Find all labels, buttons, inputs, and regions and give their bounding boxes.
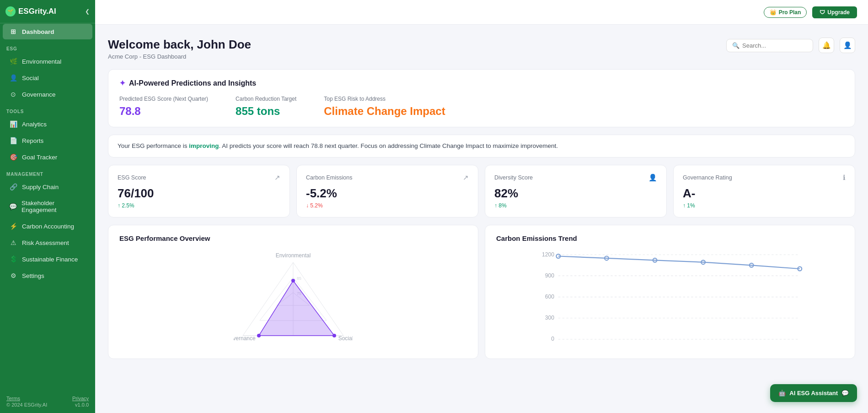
- svg-text:Environmental: Environmental: [276, 252, 311, 259]
- environmental-icon: 🌿: [9, 58, 17, 65]
- sidebar-item-social[interactable]: 👤 Social: [3, 70, 92, 86]
- search-box[interactable]: 🔍: [726, 39, 813, 52]
- line-chart-svg: 1200 900 600 300 0: [496, 249, 844, 349]
- ai-metric-value-carbon: 855 tons: [236, 105, 296, 118]
- metric-label-governance: Governance Rating: [683, 174, 732, 181]
- dashboard-icon: ⊞: [9, 28, 17, 35]
- risk-icon: ⚠: [9, 239, 17, 246]
- pro-plan-badge[interactable]: 👑 Pro Plan: [764, 7, 807, 18]
- ai-predictions-card: ✦ AI-Powered Predictions and Insights Pr…: [108, 69, 855, 127]
- charts-row: ESG Performance Overview Environmental G…: [108, 225, 855, 359]
- governance-icon: ⊙: [9, 91, 17, 98]
- search-icon: 🔍: [732, 42, 739, 49]
- sidebar-item-dashboard[interactable]: ⊞ Dashboard: [3, 24, 92, 39]
- sidebar-item-supply-chain[interactable]: 🔗 Supply Chain: [3, 179, 92, 195]
- metric-header-esg: ESG Score ↗: [118, 174, 280, 182]
- logo-icon: 🌱: [5, 6, 16, 16]
- upgrade-label: Upgrade: [827, 9, 850, 16]
- sidebar-item-reports[interactable]: 📄 Reports: [3, 133, 92, 148]
- metric-value-esg: 76/100: [118, 186, 280, 201]
- upgrade-button[interactable]: 🛡 Upgrade: [812, 6, 857, 18]
- reports-icon: 📄: [9, 137, 17, 144]
- esg-section-label: ESG: [0, 40, 95, 53]
- bell-icon: 🔔: [822, 41, 831, 49]
- stakeholder-icon: 💬: [9, 203, 17, 210]
- app-name: ESGrity.AI: [18, 7, 56, 16]
- svg-text:85: 85: [297, 276, 301, 281]
- footer-right: Privacy v1.0.0: [72, 396, 89, 408]
- line-chart-title: Carbon Emissions Trend: [496, 234, 844, 242]
- content-area: Welcome back, John Doe Acme Corp - ESG D…: [95, 25, 868, 413]
- carbon-icon: ⚡: [9, 223, 17, 230]
- privacy-link[interactable]: Privacy: [72, 396, 89, 401]
- header-actions: 🔍 🔔 👤: [726, 38, 855, 53]
- metric-change-esg: ↑ 2.5%: [118, 202, 280, 209]
- sidebar-item-label: Analytics: [22, 121, 47, 128]
- sidebar-item-environmental[interactable]: 🌿 Environmental: [3, 54, 92, 69]
- sidebar-item-settings[interactable]: ⚙ Settings: [3, 268, 92, 283]
- sidebar-item-stakeholder[interactable]: 💬 Stakeholder Engagement: [3, 196, 92, 217]
- metrics-row: ESG Score ↗ 76/100 ↑ 2.5% Carbon Emissio…: [108, 165, 855, 217]
- info-icon: ℹ: [843, 174, 846, 182]
- radar-svg: Environmental Governance Social: [234, 251, 353, 347]
- page-title-area: Welcome back, John Doe Acme Corp - ESG D…: [108, 38, 251, 60]
- sidebar-item-risk[interactable]: ⚠ Risk Assessment: [3, 235, 92, 250]
- sidebar-item-label: Settings: [22, 272, 44, 279]
- management-section-label: MANAGEMENT: [0, 165, 95, 179]
- sparkle-icon: ✦: [119, 79, 125, 87]
- sidebar-item-label: Governance: [22, 91, 56, 98]
- ai-card-title: ✦ AI-Powered Predictions and Insights: [119, 79, 844, 87]
- notification-button[interactable]: 🔔: [819, 38, 834, 53]
- metric-value-carbon: -5.2%: [306, 186, 469, 201]
- user-icon: 👤: [843, 41, 852, 49]
- sidebar-item-label: Reports: [22, 137, 43, 144]
- collapse-icon[interactable]: ❮: [85, 8, 90, 15]
- ai-metric-label-risk: Top ESG Risk to Address: [324, 96, 445, 102]
- version: v1.0.0: [72, 402, 89, 408]
- sidebar-item-label: Sustainable Finance: [22, 256, 78, 263]
- analytics-icon: 📊: [9, 120, 17, 128]
- terms-link[interactable]: Terms: [6, 396, 47, 401]
- ai-metric-carbon: Carbon Reduction Target 855 tons: [236, 96, 296, 118]
- sidebar-item-finance[interactable]: 💲 Sustainable Finance: [3, 251, 92, 267]
- sidebar-item-label: Social: [22, 75, 39, 82]
- ai-metrics: Predicted ESG Score (Next Quarter) 78.8 …: [119, 96, 844, 118]
- people-icon: 👤: [648, 174, 657, 182]
- insight-highlight: improving: [189, 142, 219, 149]
- sidebar-item-carbon[interactable]: ⚡ Carbon Accounting: [3, 218, 92, 234]
- sidebar-item-label: Dashboard: [22, 28, 54, 35]
- search-input[interactable]: [742, 42, 807, 49]
- trend-icon-esg: ↗: [274, 174, 280, 182]
- ai-metric-risk: Top ESG Risk to Address Climate Change I…: [324, 96, 445, 118]
- goal-tracker-icon: 🎯: [9, 153, 17, 161]
- sidebar-item-governance[interactable]: ⊙ Governance: [3, 87, 92, 102]
- svg-text:0: 0: [551, 336, 554, 342]
- ai-assistant-button[interactable]: 🤖 AI ESG Assistant 💬: [770, 384, 857, 402]
- metric-card-diversity: Diversity Score 👤 82% ↑ 8%: [485, 165, 667, 217]
- metric-card-esg: ESG Score ↗ 76/100 ↑ 2.5%: [108, 165, 290, 217]
- svg-text:900: 900: [545, 272, 554, 279]
- sidebar-item-label: Goal Tracker: [22, 154, 57, 161]
- finance-icon: 💲: [9, 255, 17, 263]
- trend-icon-carbon: ↗: [463, 174, 469, 182]
- shield-icon: 🛡: [820, 9, 825, 16]
- chat-icon: 💬: [841, 390, 849, 397]
- sidebar-item-analytics[interactable]: 📊 Analytics: [3, 116, 92, 132]
- profile-button[interactable]: 👤: [840, 38, 855, 53]
- sidebar-item-goal-tracker[interactable]: 🎯 Goal Tracker: [3, 149, 92, 165]
- page-title: Welcome back, John Doe: [108, 38, 251, 52]
- crown-icon: 👑: [770, 9, 777, 16]
- svg-text:Governance: Governance: [234, 335, 256, 342]
- ai-metric-label-carbon: Carbon Reduction Target: [236, 96, 296, 102]
- metric-label-diversity: Diversity Score: [494, 174, 533, 181]
- svg-text:300: 300: [545, 315, 554, 321]
- footer-left: Terms © 2024 ESGrity.AI: [6, 396, 47, 408]
- metric-change-diversity: ↑ 8%: [494, 202, 657, 209]
- social-icon: 👤: [9, 74, 17, 82]
- topbar: 👑 Pro Plan 🛡 Upgrade: [95, 0, 868, 25]
- line-chart-container: 1200 900 600 300 0: [496, 249, 844, 349]
- svg-point-13: [332, 334, 336, 337]
- insight-text-after: . AI predicts your score will reach 78.8…: [219, 142, 558, 149]
- sidebar-item-label: Carbon Accounting: [22, 223, 74, 230]
- sidebar-footer: Terms © 2024 ESGrity.AI Privacy v1.0.0: [0, 390, 95, 413]
